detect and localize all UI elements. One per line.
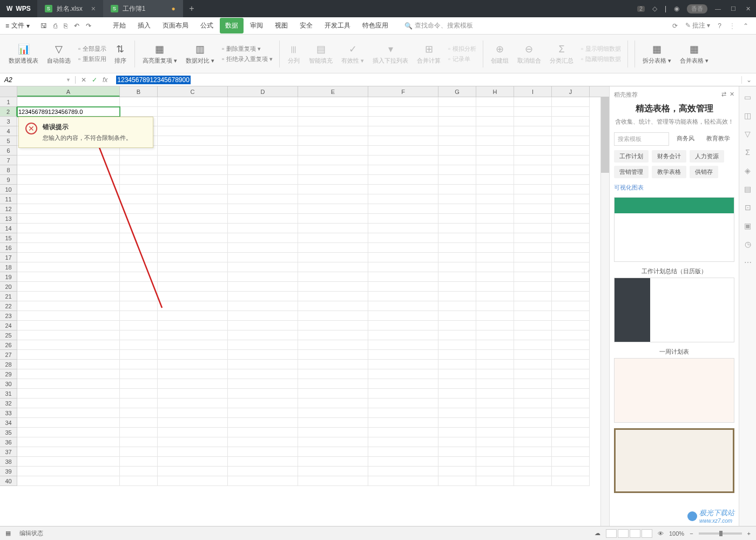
document-tab-1[interactable]: S 工作簿1 ●: [103, 0, 183, 17]
cell[interactable]: [120, 321, 158, 330]
row-header[interactable]: 37: [0, 447, 17, 457]
cell[interactable]: [158, 369, 228, 379]
cell[interactable]: [17, 467, 120, 476]
cell[interactable]: [438, 369, 476, 379]
cell[interactable]: [120, 272, 158, 282]
cell[interactable]: [158, 146, 228, 156]
cell[interactable]: [17, 185, 120, 194]
cell[interactable]: [368, 165, 438, 175]
menu-tab-审阅[interactable]: 审阅: [245, 18, 268, 33]
cell[interactable]: [476, 175, 514, 185]
file-menu[interactable]: ≡ 文件 ▾: [0, 21, 35, 30]
cell[interactable]: [120, 330, 158, 340]
cell[interactable]: [476, 437, 514, 447]
select-icon[interactable]: ▭: [744, 93, 751, 102]
cell[interactable]: [552, 126, 590, 136]
cell[interactable]: [228, 156, 298, 165]
cell[interactable]: [158, 175, 228, 185]
row-header[interactable]: 11: [0, 194, 17, 204]
user-avatar-icon[interactable]: ◉: [674, 5, 679, 12]
column-header[interactable]: F: [368, 86, 438, 97]
cell[interactable]: [438, 253, 476, 262]
cell[interactable]: [476, 107, 514, 117]
cell[interactable]: [552, 243, 590, 253]
cell[interactable]: [438, 175, 476, 185]
row-header[interactable]: 32: [0, 399, 17, 408]
cell[interactable]: [228, 467, 298, 476]
menu-tab-数据[interactable]: 数据: [220, 18, 244, 33]
cell[interactable]: [552, 136, 590, 146]
cell[interactable]: [158, 311, 228, 321]
cell[interactable]: [438, 97, 476, 107]
command-search[interactable]: 🔍 查找命令、搜索模板: [404, 21, 473, 30]
cell[interactable]: [228, 243, 298, 253]
cell[interactable]: [17, 457, 120, 467]
menu-tab-视图[interactable]: 视图: [269, 18, 293, 33]
cell[interactable]: [438, 457, 476, 467]
cloud-icon[interactable]: ☁: [595, 530, 600, 537]
cell[interactable]: [476, 389, 514, 399]
cell[interactable]: [476, 224, 514, 233]
name-box[interactable]: A2 ▼: [0, 76, 76, 84]
cell[interactable]: [368, 437, 438, 447]
cell[interactable]: [438, 360, 476, 369]
cell[interactable]: [298, 428, 368, 437]
ribbon-button[interactable]: ▦合并表格 ▾: [676, 40, 713, 67]
cell[interactable]: [158, 292, 228, 301]
cell[interactable]: [120, 418, 158, 428]
zoom-slider[interactable]: [699, 532, 742, 535]
category-tag[interactable]: 供销存: [690, 166, 718, 178]
cell[interactable]: [552, 156, 590, 165]
cell[interactable]: [514, 467, 552, 476]
column-header[interactable]: H: [476, 86, 514, 97]
row-header[interactable]: 7: [0, 156, 17, 165]
cell[interactable]: [298, 136, 368, 146]
cell[interactable]: [17, 340, 120, 350]
cell[interactable]: [514, 136, 552, 146]
cell[interactable]: [158, 301, 228, 311]
cell[interactable]: [298, 262, 368, 272]
cell[interactable]: [368, 330, 438, 340]
cell[interactable]: [438, 272, 476, 282]
protect-icon[interactable]: ⊡: [745, 203, 751, 212]
row-header[interactable]: 29: [0, 369, 17, 379]
cell[interactable]: [552, 233, 590, 243]
cell[interactable]: [120, 399, 158, 408]
row-header[interactable]: 15: [0, 233, 17, 243]
cell[interactable]: [120, 175, 158, 185]
cell[interactable]: [476, 476, 514, 486]
cell[interactable]: [438, 146, 476, 156]
cell[interactable]: [298, 126, 368, 136]
cell[interactable]: [552, 369, 590, 379]
ribbon-button[interactable]: ▦高亮重复项 ▾: [138, 40, 181, 67]
cell[interactable]: [368, 321, 438, 330]
column-header[interactable]: D: [228, 86, 298, 97]
cell[interactable]: [228, 321, 298, 330]
cell[interactable]: [120, 379, 158, 389]
cell[interactable]: [17, 282, 120, 292]
cell[interactable]: [368, 447, 438, 457]
cell[interactable]: [17, 301, 120, 311]
cell[interactable]: [438, 262, 476, 272]
formula-input[interactable]: 12345678912345678900: [113, 76, 741, 84]
cell[interactable]: [158, 437, 228, 447]
cell[interactable]: [514, 175, 552, 185]
cell[interactable]: [158, 272, 228, 282]
charts-link[interactable]: 可视化图表: [614, 184, 734, 192]
user-name[interactable]: 香香: [687, 4, 707, 14]
cell[interactable]: [158, 476, 228, 486]
ribbon-button[interactable]: 📊数据透视表: [4, 40, 43, 67]
cell[interactable]: [298, 146, 368, 156]
cell[interactable]: [120, 204, 158, 214]
cell[interactable]: [158, 408, 228, 418]
cell[interactable]: [120, 340, 158, 350]
cell[interactable]: [438, 330, 476, 340]
cell[interactable]: [298, 360, 368, 369]
cell[interactable]: [552, 428, 590, 437]
cell[interactable]: [17, 389, 120, 399]
cell[interactable]: [476, 136, 514, 146]
cell[interactable]: [368, 272, 438, 282]
cell[interactable]: [298, 253, 368, 262]
cell[interactable]: [368, 146, 438, 156]
cell[interactable]: [120, 301, 158, 311]
